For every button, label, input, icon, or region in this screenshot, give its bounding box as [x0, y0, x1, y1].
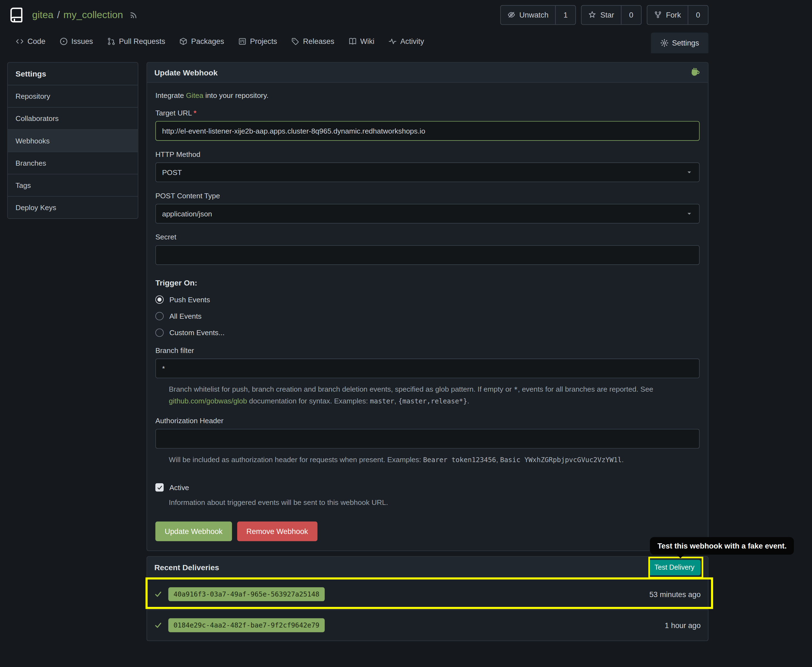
branch-filter-label: Branch filter [155, 346, 700, 354]
radio-label: All Events [170, 312, 201, 320]
gitea-logo-icon[interactable] [8, 7, 25, 23]
secret-field: Secret [155, 233, 700, 265]
authorization-header-label: Authorization Header [155, 416, 700, 425]
radio-push-events[interactable]: Push Events [155, 295, 700, 304]
sidebar-item-webhooks[interactable]: Webhooks [8, 129, 138, 152]
http-method-field: HTTP Method POST [155, 150, 700, 182]
radio-custom-events[interactable]: Custom Events... [155, 329, 700, 337]
glob-docs-link[interactable]: github.com/gobwas/glob [169, 397, 247, 405]
topbar: gitea / my_collection Unwatch 1 Star [7, 0, 708, 30]
activity-icon [388, 37, 397, 45]
settings-layout: Settings Repository Collaborators Webhoo… [7, 62, 708, 641]
delivery-time: 1 hour ago [665, 621, 701, 629]
sidebar-item-branches[interactable]: Branches [8, 152, 138, 174]
recent-deliveries-title: Recent Deliveries [154, 563, 219, 572]
code-icon [16, 37, 24, 45]
trigger-on-label: Trigger On: [155, 279, 700, 287]
authorization-header-field: Authorization Header [155, 416, 700, 449]
star-label: Star [601, 11, 614, 19]
delivery-row[interactable]: 0184e29c-4aa2-482f-bae7-9f2cf9642e79 1 h… [147, 609, 708, 640]
sidebar-item-tags[interactable]: Tags [8, 174, 138, 196]
radio-label: Custom Events... [170, 329, 225, 337]
delivery-row[interactable]: 40a916f3-03a7-49af-965e-563927a25148 53 … [147, 578, 708, 609]
success-check-icon [154, 590, 162, 598]
tab-packages[interactable]: Packages [179, 32, 224, 51]
project-board-icon [238, 37, 246, 45]
remove-webhook-button[interactable]: Remove Webhook [237, 522, 317, 541]
repo-name-link[interactable]: my_collection [63, 9, 123, 21]
active-help: Information about triggered events will … [169, 497, 700, 508]
tab-activity[interactable]: Activity [388, 32, 424, 51]
stars-count[interactable]: 0 [621, 5, 641, 24]
active-checkbox-row[interactable]: Active [155, 483, 700, 491]
breadcrumb-separator: / [57, 9, 60, 21]
book-icon [348, 37, 356, 45]
chevron-down-icon [686, 169, 693, 176]
delivery-uuid-badge[interactable]: 0184e29c-4aa2-482f-bae7-9f2cf9642e79 [168, 618, 324, 632]
update-webhook-form: Integrate Gitea into your repository. Ta… [147, 83, 708, 551]
sidebar-item-repository[interactable]: Repository [8, 85, 138, 107]
sidebar-title: Settings [8, 63, 138, 85]
active-checkbox[interactable] [155, 483, 164, 491]
branch-filter-help: Branch whitelist for push, branch creati… [169, 383, 700, 407]
unwatch-button[interactable]: Unwatch [501, 5, 555, 24]
breadcrumb: gitea / my_collection [32, 9, 123, 21]
radio-input-push-events[interactable] [155, 295, 164, 304]
success-check-icon [154, 622, 162, 629]
panel-title: Update Webhook [154, 68, 218, 77]
target-url-input[interactable] [155, 121, 700, 141]
sidebar-item-deploy-keys[interactable]: Deploy Keys [8, 196, 138, 218]
post-content-type-field: POST Content Type application/json [155, 191, 700, 224]
http-method-label: HTTP Method [155, 150, 700, 158]
radio-all-events[interactable]: All Events [155, 312, 700, 320]
authorization-header-help: Will be included as authorization header… [169, 454, 700, 465]
gitea-webhook-type-icon [690, 66, 701, 78]
repo-action-buttons: Unwatch 1 Star 0 Fork 0 [500, 5, 709, 25]
repo-tabbar: Code Issues Pull Requests Packages Proje… [7, 30, 708, 53]
target-url-field: Target URL* [155, 109, 700, 141]
gitea-link[interactable]: Gitea [186, 91, 203, 99]
eye-off-icon [507, 11, 515, 19]
post-content-type-select[interactable]: application/json [155, 204, 700, 224]
test-delivery-button[interactable]: Test Delivery [648, 559, 701, 575]
secret-label: Secret [155, 233, 700, 241]
radio-label: Push Events [170, 295, 210, 304]
radio-input-all-events[interactable] [155, 312, 164, 320]
sidebar-item-collaborators[interactable]: Collaborators [8, 107, 138, 129]
post-content-type-label: POST Content Type [155, 191, 700, 200]
package-icon [179, 37, 188, 45]
tab-pull-requests[interactable]: Pull Requests [107, 32, 165, 51]
star-button[interactable]: Star [582, 5, 621, 24]
update-webhook-panel-header: Update Webhook [147, 63, 708, 83]
tab-issues[interactable]: Issues [59, 32, 93, 51]
tab-projects[interactable]: Projects [238, 32, 277, 51]
star-button-group: Star 0 [581, 5, 642, 25]
branch-filter-input[interactable] [155, 358, 700, 378]
test-delivery-tooltip: Test this webhook with a fake event. [650, 537, 794, 554]
radio-input-custom-events[interactable] [155, 329, 164, 337]
chevron-down-icon [686, 210, 693, 217]
repo-owner-link[interactable]: gitea [32, 9, 53, 21]
http-method-select[interactable]: POST [155, 163, 700, 182]
recent-deliveries-header: Recent Deliveries Test Delivery [147, 557, 708, 578]
fork-icon [654, 11, 662, 19]
forks-count[interactable]: 0 [688, 5, 708, 24]
tab-wiki[interactable]: Wiki [348, 32, 374, 51]
pull-request-icon [107, 37, 115, 45]
watchers-count[interactable]: 1 [555, 5, 576, 24]
secret-input[interactable] [155, 245, 700, 265]
active-label: Active [170, 483, 189, 491]
delivery-time: 53 minutes ago [649, 590, 701, 599]
target-url-label: Target URL* [155, 109, 700, 117]
authorization-header-input[interactable] [155, 429, 700, 449]
tab-releases[interactable]: Releases [291, 32, 334, 51]
rss-icon[interactable] [129, 10, 138, 19]
tab-code[interactable]: Code [16, 32, 46, 51]
tab-settings[interactable]: Settings [651, 33, 709, 53]
delivery-uuid-badge[interactable]: 40a916f3-03a7-49af-965e-563927a25148 [168, 587, 324, 601]
unwatch-label: Unwatch [519, 11, 549, 19]
gitea-window: gitea / my_collection Unwatch 1 Star [0, 0, 812, 667]
fork-button[interactable]: Fork [647, 5, 688, 24]
gear-icon [660, 39, 669, 47]
update-webhook-button[interactable]: Update Webhook [155, 522, 232, 541]
